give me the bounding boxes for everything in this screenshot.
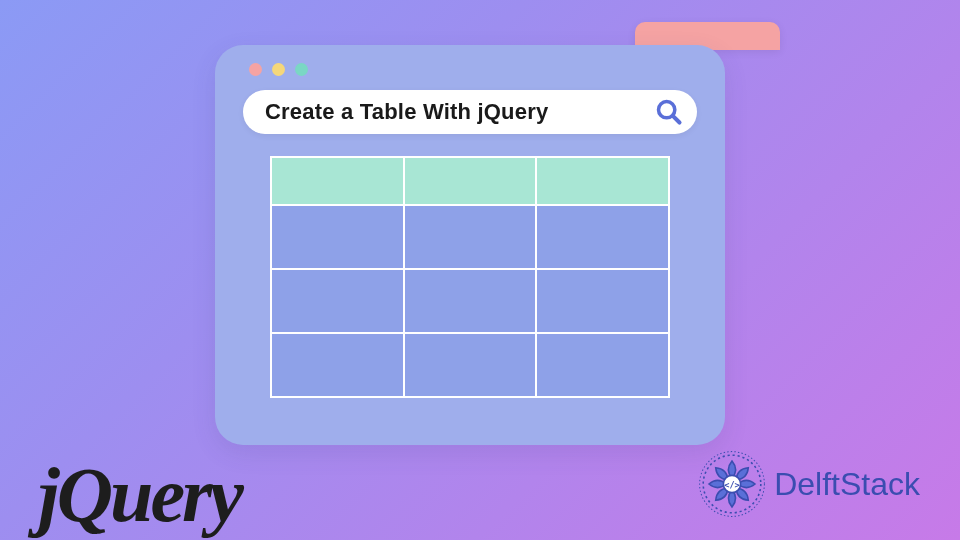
table-header-cell xyxy=(271,157,404,205)
jquery-logo-text: jQuery xyxy=(38,451,241,538)
table-header-row xyxy=(271,157,669,205)
table-cell xyxy=(404,333,537,397)
table-row xyxy=(271,269,669,333)
table-header-cell xyxy=(536,157,669,205)
browser-window: Create a Table With jQuery xyxy=(215,45,725,445)
search-bar[interactable]: Create a Table With jQuery xyxy=(243,90,697,134)
minimize-dot xyxy=(272,63,285,76)
mandala-icon: </> xyxy=(696,448,768,520)
table-wrap xyxy=(243,156,697,398)
delftstack-text: DelftStack xyxy=(774,466,920,503)
table-cell xyxy=(271,205,404,269)
svg-text:</>: </> xyxy=(724,480,740,490)
table-cell xyxy=(404,205,537,269)
table-cell xyxy=(271,269,404,333)
delftstack-logo: </> DelftStack xyxy=(696,448,920,520)
table-cell xyxy=(404,269,537,333)
table-cell xyxy=(271,333,404,397)
search-text: Create a Table With jQuery xyxy=(265,99,655,125)
table-row xyxy=(271,333,669,397)
close-dot xyxy=(249,63,262,76)
search-icon xyxy=(655,98,683,126)
table-cell xyxy=(536,333,669,397)
maximize-dot xyxy=(295,63,308,76)
jquery-logo: jQuery xyxy=(38,456,241,534)
table-cell xyxy=(536,205,669,269)
traffic-lights xyxy=(249,63,697,76)
example-table xyxy=(270,156,670,398)
table-row xyxy=(271,205,669,269)
table-cell xyxy=(536,269,669,333)
svg-line-1 xyxy=(673,116,679,122)
table-header-cell xyxy=(404,157,537,205)
